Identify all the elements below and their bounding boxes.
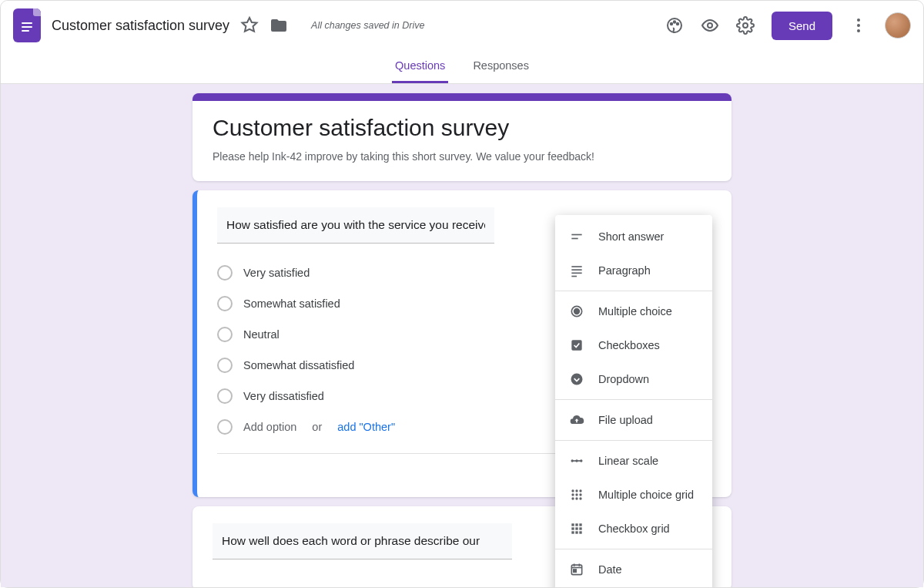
save-status-text: All changes saved in Drive	[311, 20, 424, 31]
svg-point-6	[857, 18, 860, 22]
add-option-text[interactable]: Add option	[243, 421, 296, 433]
more-vert-icon[interactable]	[849, 16, 868, 35]
menu-label: Date	[598, 563, 622, 576]
menu-label: Short answer	[598, 230, 664, 243]
form-title[interactable]: Customer satisfaction survey	[213, 115, 711, 141]
option-label[interactable]: Very dissatisfied	[243, 390, 324, 402]
option-label[interactable]: Somewhat satisfied	[243, 297, 340, 310]
svg-point-31	[571, 497, 574, 499]
option-label[interactable]: Neutral	[243, 328, 280, 341]
radio-icon	[217, 419, 233, 435]
radio-icon	[217, 265, 233, 281]
cloud-upload-icon	[569, 412, 584, 428]
tab-questions[interactable]: Questions	[392, 50, 448, 83]
menu-cb-grid[interactable]: Checkbox grid	[555, 512, 712, 546]
menu-divider	[555, 399, 712, 400]
menu-date[interactable]: Date	[555, 553, 712, 586]
dropdown-icon	[569, 371, 584, 387]
option-label[interactable]: Somewhat dissatisfied	[243, 359, 354, 371]
menu-label: Paragraph	[598, 264, 651, 277]
menu-label: Checkbox grid	[598, 522, 670, 535]
svg-point-1	[671, 23, 672, 25]
svg-rect-41	[575, 531, 578, 533]
svg-point-28	[571, 493, 574, 496]
svg-point-26	[575, 489, 578, 492]
question-text-input[interactable]	[213, 523, 512, 559]
radio-icon	[217, 388, 233, 404]
radio-icon	[217, 296, 233, 311]
radio-icon	[217, 327, 233, 342]
menu-checkboxes[interactable]: Checkboxes	[555, 328, 712, 362]
svg-rect-37	[571, 527, 574, 529]
svg-point-2	[674, 21, 675, 22]
menu-paragraph[interactable]: Paragraph	[555, 254, 712, 287]
forms-logo-icon[interactable]	[13, 8, 41, 42]
svg-point-29	[575, 493, 578, 496]
menu-label: Dropdown	[598, 373, 649, 385]
menu-file-upload[interactable]: File upload	[555, 403, 712, 437]
svg-point-8	[857, 29, 860, 32]
svg-rect-42	[579, 531, 581, 533]
menu-multiple-choice[interactable]: Multiple choice	[555, 294, 712, 328]
svg-point-7	[857, 24, 860, 27]
or-separator: or	[312, 421, 322, 433]
menu-short-answer[interactable]: Short answer	[555, 220, 712, 254]
form-description[interactable]: Please help Ink-42 improve by taking thi…	[213, 150, 711, 163]
checkbox-icon	[569, 338, 584, 353]
svg-point-25	[571, 489, 574, 492]
dot-grid-icon	[569, 487, 584, 502]
svg-rect-39	[579, 527, 581, 529]
add-other-link[interactable]: add "Other"	[337, 421, 395, 433]
svg-rect-47	[574, 570, 576, 572]
menu-label: File upload	[598, 414, 653, 426]
send-button[interactable]: Send	[772, 12, 832, 40]
form-canvas: Customer satisfaction survey Please help…	[1, 84, 923, 587]
svg-rect-40	[571, 531, 574, 533]
star-icon[interactable]	[240, 16, 259, 35]
menu-divider	[555, 440, 712, 441]
svg-point-18	[574, 309, 580, 314]
linear-scale-icon	[569, 453, 584, 469]
menu-mc-grid[interactable]: Multiple choice grid	[555, 478, 712, 512]
preview-eye-icon[interactable]	[701, 16, 719, 35]
document-title[interactable]: Customer satisfaction survey	[52, 18, 229, 34]
account-avatar[interactable]	[885, 12, 911, 39]
menu-label: Multiple choice	[598, 305, 672, 318]
svg-point-32	[575, 497, 578, 499]
menu-time[interactable]: Time	[555, 586, 712, 587]
menu-divider	[555, 549, 712, 549]
square-grid-icon	[569, 521, 584, 536]
tab-responses[interactable]: Responses	[470, 50, 532, 83]
palette-icon[interactable]	[665, 16, 684, 35]
paragraph-icon	[569, 263, 584, 278]
gear-icon[interactable]	[736, 16, 755, 35]
form-header-card[interactable]: Customer satisfaction survey Please help…	[192, 93, 732, 181]
svg-rect-38	[575, 527, 578, 529]
short-answer-icon	[569, 229, 584, 244]
menu-label: Checkboxes	[598, 339, 660, 351]
svg-point-27	[579, 489, 581, 492]
question-text-input[interactable]	[217, 207, 494, 244]
form-tabs: Questions Responses	[1, 50, 923, 84]
svg-point-4	[708, 23, 712, 28]
radio-checked-icon	[569, 304, 584, 319]
svg-point-5	[743, 23, 748, 28]
svg-point-20	[571, 374, 583, 385]
svg-rect-36	[579, 523, 581, 526]
menu-label: Linear scale	[598, 455, 658, 467]
calendar-icon	[569, 562, 584, 577]
svg-rect-34	[571, 523, 574, 526]
svg-rect-19	[571, 340, 581, 350]
svg-point-33	[579, 497, 581, 499]
folder-icon[interactable]	[270, 16, 288, 35]
menu-divider	[555, 291, 712, 291]
radio-icon	[217, 358, 233, 373]
app-header: Customer satisfaction survey All changes…	[1, 1, 923, 42]
svg-rect-35	[575, 523, 578, 526]
option-label[interactable]: Very satisfied	[243, 267, 310, 279]
svg-point-30	[579, 493, 581, 496]
menu-label: Multiple choice grid	[598, 489, 694, 501]
menu-dropdown[interactable]: Dropdown	[555, 362, 712, 396]
menu-linear-scale[interactable]: Linear scale	[555, 444, 712, 478]
question-type-menu: Short answer Paragraph Multiple choice C…	[555, 215, 712, 587]
